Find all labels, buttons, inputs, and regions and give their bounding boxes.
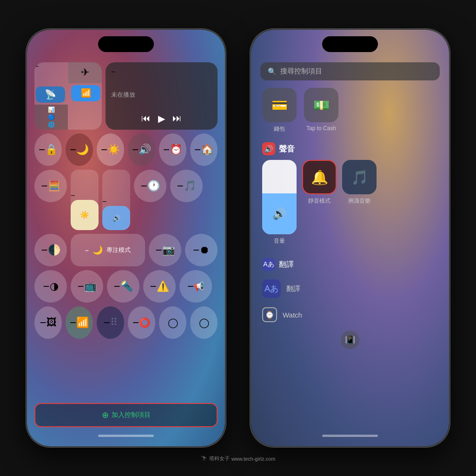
tap-cash-label: Tap to Cash xyxy=(306,125,336,132)
home-indicator-right xyxy=(260,431,440,437)
rotation-lock-btn[interactable]: − 🔒 xyxy=(34,133,62,166)
airdrop-cell: 📡 xyxy=(36,86,65,103)
flashlight-btn[interactable]: − 🔦 xyxy=(107,270,139,303)
focus-block[interactable]: − 🌙 專注模式 xyxy=(71,234,145,266)
play-icon[interactable]: ▶ xyxy=(158,113,165,124)
minus-spk[interactable]: − xyxy=(187,280,194,293)
wallet-icon: 💳 xyxy=(262,88,297,122)
dark-mode-btn[interactable]: − 🌙 xyxy=(66,133,93,166)
wallet-label: 錢包 xyxy=(274,125,285,133)
watch-row[interactable]: ⌚ Watch xyxy=(260,303,440,327)
silent-mode-icon: 🔔 xyxy=(302,160,337,194)
extra-btn3[interactable]: ◯ xyxy=(190,306,218,339)
media-block[interactable]: − 未在播放 ⏮ ▶ ⏭ xyxy=(106,62,218,130)
row-4: − 🌓 − 🌙 專注模式 − 📷 − ⏺ xyxy=(34,234,218,266)
minus-alarm[interactable]: − xyxy=(163,143,170,156)
minus-wall[interactable]: − xyxy=(40,316,46,329)
warning-btn[interactable]: − ⚠️ xyxy=(143,270,176,303)
minus-calc[interactable]: − xyxy=(41,179,47,192)
translate-item-label: 翻譯 xyxy=(286,284,300,293)
minus-dark[interactable]: − xyxy=(70,143,76,156)
multi-cell: 📊 🔵 🌐 xyxy=(34,105,68,130)
minus-media[interactable]: − xyxy=(111,68,212,76)
record-btn[interactable]: − ⏺ xyxy=(185,234,218,266)
sound-section-icon: 🔊 xyxy=(262,142,275,155)
minus-focus[interactable]: − xyxy=(85,246,89,254)
bottom-circle-area: 📳 xyxy=(260,331,440,349)
minus-home[interactable]: − xyxy=(194,143,201,156)
volume-label: 音量 xyxy=(274,237,285,245)
wallpaper-btn[interactable]: − 🖼 xyxy=(34,306,62,339)
minus-mirror[interactable]: − xyxy=(77,280,84,293)
volume-bar-container: 🔊 xyxy=(262,160,297,234)
brightness-bar[interactable]: − ☀️ xyxy=(71,170,99,230)
search-bar[interactable]: 🔍 搜尋控制項目 xyxy=(260,62,440,80)
minus-lock[interactable]: − xyxy=(39,143,45,156)
watermark-url: www.tech-girlz.com xyxy=(231,456,276,462)
tap-cash-icon: 💵 xyxy=(304,88,338,122)
phone-left: − ✈ 📡 📶 📊 🔵 🌐 xyxy=(26,29,226,447)
watermark-icon: 🔭 xyxy=(201,456,207,462)
night-mode-btn[interactable]: − 🌓 xyxy=(34,234,67,266)
home-btn[interactable]: − 🏠 xyxy=(190,133,218,166)
row-5: − ◑ − 📺 − 🔦 − ⚠️ xyxy=(34,270,218,303)
speaker-fill-icon: 🔊 xyxy=(264,145,273,153)
volume-bar[interactable]: − 🔊 xyxy=(102,170,130,230)
minus-vol2[interactable]: − xyxy=(102,198,130,206)
extra-btn1[interactable]: − ⭕ xyxy=(128,306,155,339)
shazam-tile[interactable]: 🎵 辨識音樂 xyxy=(342,160,377,205)
add-controls-button[interactable]: ⊕ 加入控制項目 xyxy=(34,403,218,427)
translate-item-icon: Aあ xyxy=(262,279,281,298)
translate-section-title: 翻譯 xyxy=(279,260,294,270)
rewind-icon[interactable]: ⏮ xyxy=(141,113,151,124)
minus-connectivity[interactable]: − xyxy=(34,62,68,83)
minus-brightness[interactable]: − xyxy=(101,143,107,156)
volume-tile[interactable]: 🔊 音量 xyxy=(262,160,297,245)
dot-matrix-btn[interactable]: − ⠿ xyxy=(97,306,124,339)
minus-sig[interactable]: − xyxy=(70,316,76,329)
tap-cash-tile[interactable]: 💵 Tap to Cash xyxy=(304,88,338,133)
minus-gray[interactable]: − xyxy=(43,280,49,293)
sound-section-title: 聲音 xyxy=(279,144,295,154)
volume-btn[interactable]: − 🔊 xyxy=(128,133,155,166)
minus-clock[interactable]: − xyxy=(140,179,147,192)
minus-ex1[interactable]: − xyxy=(132,316,139,329)
watch-label: Watch xyxy=(283,311,302,319)
shazam-label: 辨識音樂 xyxy=(348,197,370,205)
search-placeholder: 搜尋控制項目 xyxy=(280,67,322,76)
speaker-btn[interactable]: − 📢 xyxy=(179,270,212,303)
row-1: − ✈ 📡 📶 📊 🔵 🌐 xyxy=(34,62,218,130)
minus-br2[interactable]: − xyxy=(71,192,99,200)
clock-btn[interactable]: − 🕐 xyxy=(134,170,166,202)
minus-dot[interactable]: − xyxy=(103,316,110,329)
screen-mirror-btn[interactable]: − 📺 xyxy=(71,270,103,303)
connectivity-block[interactable]: − ✈ 📡 📶 📊 🔵 🌐 xyxy=(34,62,102,130)
minus-night[interactable]: − xyxy=(41,244,47,257)
minus-volume[interactable]: − xyxy=(132,143,139,156)
brightness-btn[interactable]: − ☀️ xyxy=(97,133,124,166)
silent-mode-label: 靜音模式 xyxy=(308,197,331,205)
grayscale-btn[interactable]: − ◑ xyxy=(34,270,67,303)
camera-btn[interactable]: − 📷 xyxy=(149,234,181,266)
music-btn[interactable]: − 🎵 xyxy=(170,170,203,202)
dynamic-island-left xyxy=(98,36,154,52)
translate-item-row[interactable]: Aあ 翻譯 xyxy=(260,275,440,303)
wallet-tile[interactable]: 💳 錢包 xyxy=(262,88,297,133)
forward-icon[interactable]: ⏭ xyxy=(172,113,182,124)
calculator-btn[interactable]: − 🧮 xyxy=(34,170,67,202)
alarm-btn[interactable]: − ⏰ xyxy=(159,133,186,166)
sound-section-header: 🔊 聲音 xyxy=(260,142,440,155)
vibrate-btn[interactable]: 📳 xyxy=(341,331,359,349)
minus-flash[interactable]: − xyxy=(113,280,120,293)
row-6: − 🖼 − 📶 − ⠿ − ⭕ xyxy=(34,306,218,339)
translate-section-icon: Aあ xyxy=(262,258,275,271)
minus-record[interactable]: − xyxy=(193,244,199,257)
extra-btn2[interactable]: ◯ xyxy=(159,306,186,339)
translate-section-header: Aあ 翻譯 xyxy=(260,254,440,275)
signal-btn[interactable]: − 📶 xyxy=(66,306,93,339)
silent-mode-tile[interactable]: 🔔 靜音模式 xyxy=(302,160,337,205)
minus-music[interactable]: − xyxy=(177,179,183,192)
search-icon: 🔍 xyxy=(268,67,277,76)
minus-camera[interactable]: − xyxy=(155,244,162,257)
minus-warn[interactable]: − xyxy=(150,280,156,293)
